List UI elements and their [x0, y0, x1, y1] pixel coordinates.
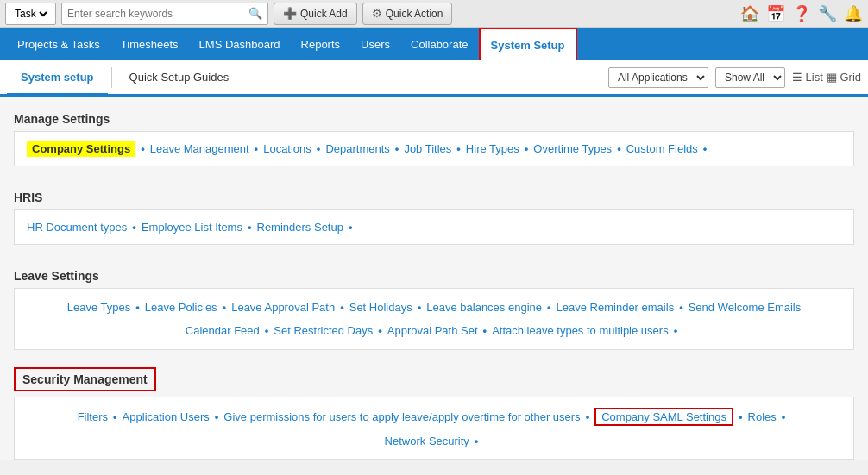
tab-divider — [111, 67, 112, 88]
application-users-link[interactable]: Application Users — [123, 409, 210, 425]
search-icon: 🔍 — [248, 7, 262, 20]
list-label: List — [806, 71, 823, 84]
task-select-input[interactable]: Task — [11, 7, 50, 21]
nav-projects-tasks[interactable]: Projects & Tasks — [7, 28, 110, 60]
nav-collaborate[interactable]: Collaborate — [400, 28, 479, 60]
manage-settings-section: Manage Settings Company Settings • Leave… — [0, 97, 868, 166]
tab-quick-setup-guides[interactable]: Quick Setup Guides — [116, 62, 243, 96]
security-management-title: Security Management — [14, 367, 156, 391]
leave-settings-body: Leave Types • Leave Policies • Leave App… — [14, 288, 854, 350]
hris-section: HRIS HR Document types • Employee List I… — [0, 175, 868, 245]
top-right-icons: 🏠 📅 ❓ 🔧 🔔 — [740, 4, 863, 23]
leave-policies-link[interactable]: Leave Policies — [145, 299, 217, 316]
wrench-icon[interactable]: 🔧 — [818, 4, 837, 23]
leave-types-link[interactable]: Leave Types — [67, 299, 130, 316]
leave-reminder-emails-link[interactable]: Leave Reminder emails — [557, 299, 675, 316]
security-management-section: Security Management Filters • Applicatio… — [0, 359, 868, 460]
quick-add-button[interactable]: ➕ Quick Add — [274, 3, 357, 25]
quick-action-button[interactable]: ⚙ Quick Action — [362, 3, 453, 25]
security-management-body: Filters • Application Users • Give permi… — [14, 397, 854, 460]
company-settings-link[interactable]: Company Settings — [27, 141, 135, 157]
leave-balances-engine-link[interactable]: Leave balances engine — [426, 299, 542, 316]
hire-types-link[interactable]: Hire Types — [466, 141, 519, 157]
search-box: 🔍 — [61, 3, 268, 25]
home-icon[interactable]: 🏠 — [740, 4, 759, 23]
attach-leave-types-link[interactable]: Attach leave types to multiple users — [492, 322, 669, 339]
send-welcome-emails-link[interactable]: Send Welcome Emails — [689, 299, 802, 316]
tab-quick-setup-label: Quick Setup Guides — [129, 71, 230, 84]
filter-show-select[interactable]: Show All — [715, 67, 785, 88]
gear-icon: ⚙ — [372, 7, 382, 20]
nav-users[interactable]: Users — [350, 28, 400, 60]
tab-system-setup[interactable]: System setup — [7, 62, 108, 96]
hris-body: HR Document types • Employee List Items … — [14, 209, 854, 245]
roles-link[interactable]: Roles — [748, 409, 777, 425]
leave-settings-title: Leave Settings — [14, 262, 854, 288]
hr-document-types-link[interactable]: HR Document types — [27, 219, 127, 235]
nav-timesheets[interactable]: Timesheets — [110, 28, 189, 60]
hris-title: HRIS — [14, 184, 854, 209]
quick-add-label: Quick Add — [300, 8, 348, 20]
calendar-feed-link[interactable]: Calendar Feed — [186, 322, 260, 339]
employee-list-items-link[interactable]: Employee List Items — [142, 219, 242, 235]
leave-row-2: Calendar Feed • Set Restricted Days • Ap… — [186, 321, 682, 341]
plus-circle-icon: ➕ — [283, 7, 297, 20]
bell-icon[interactable]: 🔔 — [844, 4, 863, 23]
company-saml-settings-link[interactable]: Company SAML Settings — [594, 408, 733, 426]
search-input[interactable] — [67, 8, 248, 20]
network-security-link[interactable]: Network Security — [385, 433, 469, 449]
content: Manage Settings Company Settings • Leave… — [0, 97, 868, 460]
manage-settings-body: Company Settings • Leave Management • Lo… — [14, 131, 854, 166]
grid-label: Grid — [840, 71, 861, 84]
set-restricted-days-link[interactable]: Set Restricted Days — [274, 322, 373, 339]
calendar-icon[interactable]: 📅 — [766, 4, 785, 23]
task-dropdown[interactable]: Task — [5, 3, 56, 25]
departments-link[interactable]: Departments — [325, 141, 389, 157]
give-permissions-link[interactable]: Give permissions for users to apply leav… — [223, 409, 580, 425]
filter-area: All Applications Show All ☰ List ▦ Grid — [608, 67, 861, 88]
sub-nav: System setup Quick Setup Guides All Appl… — [0, 60, 868, 97]
leave-row-1: Leave Types • Leave Policies • Leave App… — [67, 297, 802, 317]
grid-view-button[interactable]: ▦ Grid — [827, 71, 861, 84]
locations-link[interactable]: Locations — [263, 141, 311, 157]
leave-approval-path-link[interactable]: Leave Approval Path — [231, 299, 335, 316]
custom-fields-link[interactable]: Custom Fields — [626, 141, 698, 157]
leave-management-link[interactable]: Leave Management — [150, 141, 249, 157]
tab-system-setup-label: System setup — [21, 71, 94, 84]
help-icon[interactable]: ❓ — [792, 4, 811, 23]
nav-lms-dashboard[interactable]: LMS Dashboard — [189, 28, 291, 60]
security-row-2: Network Security • — [385, 431, 484, 451]
nav-reports[interactable]: Reports — [291, 28, 351, 60]
top-bar: Task 🔍 ➕ Quick Add ⚙ Quick Action 🏠 📅 ❓ … — [0, 0, 868, 28]
view-icons: ☰ List ▦ Grid — [792, 71, 861, 84]
filter-app-select[interactable]: All Applications — [608, 67, 708, 88]
leave-settings-section: Leave Settings Leave Types • Leave Polic… — [0, 253, 868, 350]
approval-path-set-link[interactable]: Approval Path Set — [387, 322, 478, 339]
set-holidays-link[interactable]: Set Holidays — [349, 299, 412, 316]
reminders-setup-link[interactable]: Reminders Setup — [257, 219, 343, 235]
list-view-button[interactable]: ☰ List — [792, 71, 823, 84]
job-titles-link[interactable]: Job Titles — [404, 141, 451, 157]
filters-link[interactable]: Filters — [78, 409, 108, 425]
quick-action-label: Quick Action — [386, 8, 443, 20]
nav-bar: Projects & Tasks Timesheets LMS Dashboar… — [0, 28, 868, 60]
manage-settings-title: Manage Settings — [14, 105, 854, 131]
security-row-1: Filters • Application Users • Give permi… — [78, 406, 791, 428]
overtime-types-link[interactable]: Overtime Types — [533, 141, 612, 157]
nav-system-setup[interactable]: System Setup — [479, 28, 577, 60]
